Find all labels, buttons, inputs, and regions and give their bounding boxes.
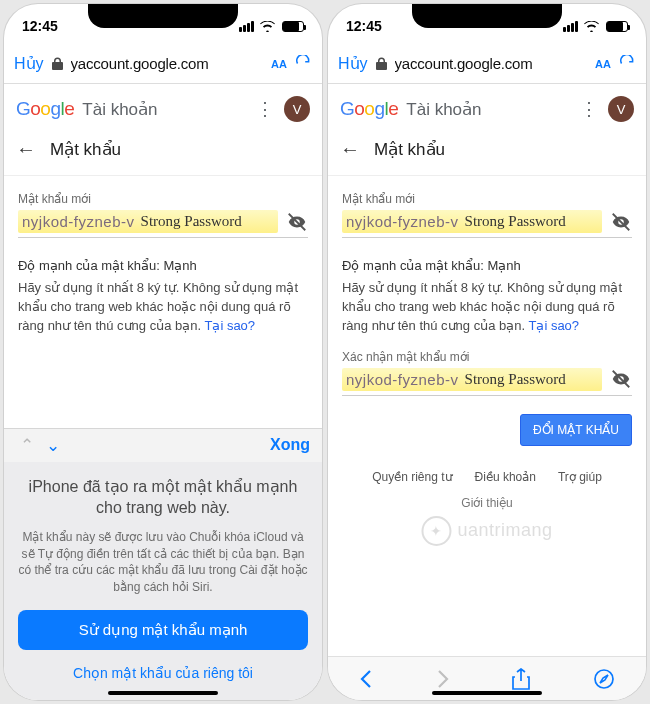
url-text: yaccount.google.com <box>71 55 264 72</box>
menu-icon[interactable]: ⋮ <box>576 94 602 124</box>
url-bar: Hủy yaccount.google.com AA <box>4 44 322 84</box>
strong-password-label: Strong Password <box>465 213 566 230</box>
page-title: Mật khẩu <box>50 139 121 160</box>
strong-password-label: Strong Password <box>465 371 566 388</box>
google-logo: Google <box>16 98 74 120</box>
nav-back-icon[interactable] <box>359 669 373 689</box>
account-word: Tài khoản <box>82 99 157 120</box>
password-input[interactable]: nyjkod-fyzneb-v Strong Password <box>342 210 602 233</box>
signal-icon <box>239 21 254 32</box>
password-hint: Hãy sử dụng ít nhất 8 ký tự. Không sử dụ… <box>18 279 308 336</box>
reload-icon[interactable] <box>619 55 636 72</box>
new-password-label: Mật khẩu mới <box>342 192 632 206</box>
nav-forward-icon <box>436 669 450 689</box>
menu-icon[interactable]: ⋮ <box>252 94 278 124</box>
home-indicator <box>432 691 542 695</box>
url-bar: Hủy yaccount.google.com AA <box>328 44 646 84</box>
footer-links: Quyền riêng tư Điều khoản Trợ giúp <box>342 470 632 484</box>
notch <box>88 4 238 28</box>
divider <box>328 175 646 176</box>
keyboard-accessory: ⌃ ⌄ Xong <box>4 428 322 462</box>
chevron-up-icon: ⌃ <box>16 436 38 455</box>
app-header: Google Tài khoản ⋮ V <box>4 84 322 130</box>
password-input[interactable]: nyjkod-fyzneb-v Strong Password <box>18 210 278 233</box>
done-button[interactable]: Xong <box>270 436 310 454</box>
visibility-toggle-icon[interactable] <box>286 211 308 233</box>
change-password-button[interactable]: ĐỔI MẬT KHẨU <box>520 414 632 446</box>
new-password-field[interactable]: nyjkod-fyzneb-v Strong Password <box>18 210 308 238</box>
lock-icon <box>376 57 387 71</box>
phone-left: 12:45 Hủy yaccount.google.com AA Google … <box>4 4 322 700</box>
content: Mật khẩu mới nyjkod-fyzneb-v Strong Pass… <box>328 186 646 656</box>
visibility-toggle-icon[interactable] <box>610 368 632 390</box>
generated-password: nyjkod-fyzneb-v <box>346 371 459 388</box>
url-text: yaccount.google.com <box>395 55 588 72</box>
divider <box>4 175 322 176</box>
help-link[interactable]: Trợ giúp <box>558 470 602 484</box>
svg-point-3 <box>595 670 613 688</box>
app-header: Google Tài khoản ⋮ V <box>328 84 646 130</box>
password-hint: Hãy sử dụng ít nhất 8 ký tự. Không sử dụ… <box>342 279 632 336</box>
chevron-down-icon[interactable]: ⌄ <box>42 436 64 455</box>
hint-text: Hãy sử dụng ít nhất 8 ký tự. Không sử dụ… <box>342 280 622 333</box>
lock-icon <box>52 57 63 71</box>
why-link[interactable]: Tại sao? <box>528 318 579 333</box>
share-icon[interactable] <box>512 668 530 690</box>
avatar[interactable]: V <box>284 96 310 122</box>
strong-password-sheet: iPhone đã tạo ra một mật khẩu mạnh cho t… <box>4 462 322 700</box>
wifi-icon <box>584 21 599 32</box>
privacy-link[interactable]: Quyền riêng tư <box>372 470 452 484</box>
hint-text: Hãy sử dụng ít nhất 8 ký tự. Không sử dụ… <box>18 280 298 333</box>
cancel-button[interactable]: Hủy <box>14 54 44 73</box>
sheet-body: Mật khẩu này sẽ được lưu vào Chuỗi khóa … <box>18 529 308 596</box>
strength-line: Độ mạnh của mật khẩu: Mạnh <box>18 258 308 273</box>
status-time: 12:45 <box>346 18 382 34</box>
avatar[interactable]: V <box>608 96 634 122</box>
reload-icon[interactable] <box>295 55 312 72</box>
content: Mật khẩu mới nyjkod-fyzneb-v Strong Pass… <box>4 186 322 428</box>
new-password-field[interactable]: nyjkod-fyzneb-v Strong Password <box>342 210 632 238</box>
new-password-label: Mật khẩu mới <box>18 192 308 206</box>
generated-password: nyjkod-fyzneb-v <box>346 213 459 230</box>
confirm-password-field[interactable]: nyjkod-fyzneb-v Strong Password <box>342 368 632 396</box>
why-link[interactable]: Tại sao? <box>204 318 255 333</box>
notch <box>412 4 562 28</box>
wifi-icon <box>260 21 275 32</box>
safari-icon[interactable] <box>593 668 615 690</box>
status-time: 12:45 <box>22 18 58 34</box>
generated-password: nyjkod-fyzneb-v <box>22 213 135 230</box>
choose-own-password-button[interactable]: Chọn mật khẩu của riêng tôi <box>73 665 253 681</box>
confirm-password-label: Xác nhận mật khẩu mới <box>342 350 632 364</box>
phone-right: 12:45 Hủy yaccount.google.com AA Google … <box>328 4 646 700</box>
sheet-title: iPhone đã tạo ra một mật khẩu mạnh cho t… <box>18 476 308 519</box>
strength-line: Độ mạnh của mật khẩu: Mạnh <box>342 258 632 273</box>
status-right <box>239 21 304 32</box>
sub-header: ← Mật khẩu <box>4 130 322 175</box>
intro-link[interactable]: Giới thiệu <box>342 496 632 510</box>
password-input[interactable]: nyjkod-fyzneb-v Strong Password <box>342 368 602 391</box>
signal-icon <box>563 21 578 32</box>
use-strong-password-button[interactable]: Sử dụng mật khẩu mạnh <box>18 610 308 650</box>
battery-icon <box>606 21 628 32</box>
page-title: Mật khẩu <box>374 139 445 160</box>
back-icon[interactable]: ← <box>340 138 360 161</box>
visibility-toggle-icon[interactable] <box>610 211 632 233</box>
watermark: uantrimang <box>421 516 552 546</box>
battery-icon <box>282 21 304 32</box>
terms-link[interactable]: Điều khoản <box>475 470 536 484</box>
account-word: Tài khoản <box>406 99 481 120</box>
sub-header: ← Mật khẩu <box>328 130 646 175</box>
status-right <box>563 21 628 32</box>
strong-password-label: Strong Password <box>141 213 242 230</box>
text-size-button[interactable]: AA <box>595 58 611 70</box>
text-size-button[interactable]: AA <box>271 58 287 70</box>
home-indicator <box>108 691 218 695</box>
cancel-button[interactable]: Hủy <box>338 54 368 73</box>
back-icon[interactable]: ← <box>16 138 36 161</box>
google-logo: Google <box>340 98 398 120</box>
